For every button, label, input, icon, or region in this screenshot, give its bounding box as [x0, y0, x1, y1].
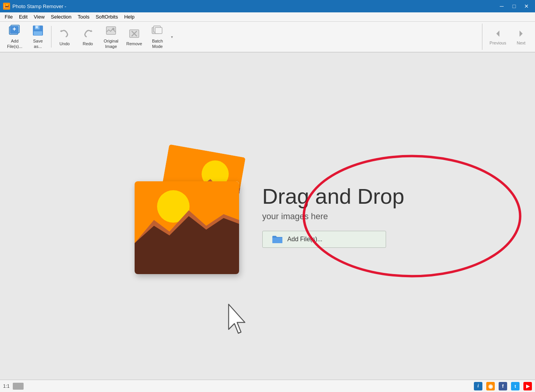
original-image-button[interactable]: Original Image — [99, 24, 123, 50]
cursor-illustration — [225, 302, 252, 337]
menu-selection[interactable]: Selection — [48, 13, 74, 20]
drag-drop-text-area: Drag and Drop your images here Add File(… — [255, 184, 404, 248]
svg-point-14 — [112, 28, 115, 30]
redo-label: Redo — [83, 41, 93, 46]
drop-zone[interactable]: Drag and Drop your images here Add File(… — [131, 150, 404, 282]
batch-mode-button[interactable]: Batch Mode — [146, 24, 169, 50]
remove-button[interactable]: Remove — [123, 24, 146, 50]
svg-marker-21 — [496, 31, 499, 37]
undo-icon — [58, 27, 71, 40]
add-files-button[interactable]: Add File(s)... — [262, 231, 386, 248]
toolbar-more-button[interactable]: ▾ — [169, 24, 174, 50]
save-as-icon — [32, 24, 44, 37]
drag-drop-title: Drag and Drop — [262, 184, 404, 208]
menu-view[interactable]: View — [31, 13, 48, 20]
youtube-button[interactable]: ▶ — [523, 382, 532, 390]
zoom-level: 1:1 — [3, 383, 10, 389]
save-as-button[interactable]: Save as... — [26, 24, 50, 50]
previous-button[interactable]: Previous — [487, 24, 509, 50]
svg-marker-22 — [520, 31, 523, 37]
svg-rect-8 — [14, 27, 15, 31]
original-image-icon — [105, 24, 117, 37]
image-stack-illustration — [131, 150, 255, 282]
svg-rect-20 — [155, 27, 162, 34]
next-label: Next — [517, 41, 526, 45]
menu-help[interactable]: Help — [121, 13, 138, 20]
add-file-label: Add File(s)... — [7, 38, 22, 49]
undo-label: Undo — [60, 41, 70, 46]
toolbar-right: Previous Next — [482, 24, 532, 50]
rss-button[interactable]: ◉ — [486, 382, 495, 390]
status-indicator — [13, 383, 24, 390]
redo-icon — [82, 27, 94, 40]
maximize-button[interactable]: □ — [509, 2, 520, 10]
previous-label: Previous — [490, 41, 506, 45]
save-as-label: Save as... — [33, 38, 43, 49]
title-bar: Photo Stamp Remover - ─ □ ✕ — [0, 0, 535, 12]
svg-rect-12 — [34, 31, 42, 35]
batch-mode-label: Batch Mode — [152, 38, 163, 49]
close-button[interactable]: ✕ — [521, 2, 532, 10]
info-button[interactable]: i — [474, 382, 482, 390]
status-bar: 1:1 i ◉ f t ▶ — [0, 380, 535, 392]
remove-label: Remove — [126, 41, 142, 46]
facebook-button[interactable]: f — [499, 382, 507, 390]
folder-icon — [272, 235, 283, 244]
menu-tools[interactable]: Tools — [75, 13, 92, 20]
window-title: Photo Stamp Remover - — [12, 3, 496, 9]
app-icon — [3, 3, 10, 10]
menu-bar: File Edit View Selection Tools SoftOrbit… — [0, 12, 535, 22]
toolbar-separator-1 — [51, 26, 51, 48]
add-file-icon — [9, 24, 21, 37]
status-right: i ◉ f t ▶ — [474, 382, 532, 390]
remove-icon — [128, 27, 140, 40]
main-content: Drag and Drop your images here Add File(… — [0, 53, 535, 380]
menu-softorbits[interactable]: SoftOrbits — [92, 13, 121, 20]
front-image-svg — [135, 181, 239, 274]
svg-point-2 — [6, 4, 8, 6]
undo-button[interactable]: Undo — [53, 24, 76, 50]
twitter-button[interactable]: t — [511, 382, 520, 390]
menu-file[interactable]: File — [2, 13, 16, 20]
status-left: 1:1 — [3, 383, 24, 390]
drag-drop-subtitle: your images here — [262, 211, 328, 222]
next-button[interactable]: Next — [510, 24, 532, 50]
original-image-label: Original Image — [104, 38, 118, 49]
menu-edit[interactable]: Edit — [16, 13, 31, 20]
window-controls: ─ □ ✕ — [496, 2, 532, 10]
add-files-label: Add File(s)... — [287, 236, 323, 243]
svg-marker-34 — [229, 304, 245, 333]
next-icon — [516, 28, 526, 39]
redo-button[interactable]: Redo — [76, 24, 99, 50]
add-file-button[interactable]: Add File(s)... — [3, 24, 26, 50]
minimize-button[interactable]: ─ — [496, 2, 507, 10]
toolbar: Add File(s)... Save as... Undo — [0, 22, 535, 53]
previous-icon — [492, 28, 503, 39]
svg-rect-11 — [36, 26, 38, 28]
batch-mode-icon — [151, 24, 164, 37]
